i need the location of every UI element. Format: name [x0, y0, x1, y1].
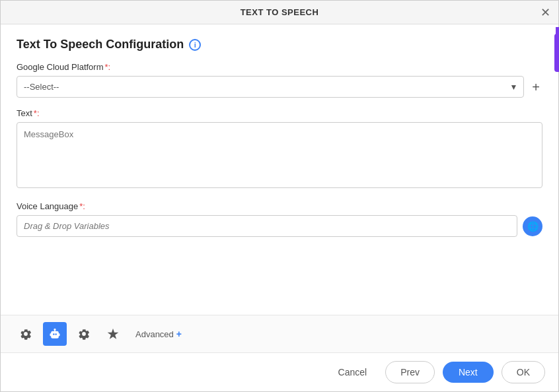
voice-label: Voice Language *:: [17, 201, 542, 211]
add-platform-button[interactable]: +: [529, 81, 542, 94]
section-title-row: Text To Speech Configuration i: [17, 38, 542, 51]
robot-icon: [48, 327, 61, 341]
main-content: Text To Speech Configuration i Google Cl…: [1, 24, 558, 315]
gear1-icon: [19, 327, 32, 341]
toolbar-gear1-button[interactable]: [14, 322, 38, 346]
platform-label: Google Cloud Platform *:: [17, 62, 542, 72]
modal-container: ‹ App Data TEXT TO SPEECH ✕ Text To Spee…: [0, 0, 559, 392]
plus-icon: +: [532, 80, 540, 94]
advanced-plus-icon: +: [176, 329, 182, 339]
footer-actions: Cancel Prev Next OK: [1, 352, 558, 391]
advanced-button[interactable]: Advanced +: [135, 329, 182, 339]
close-button[interactable]: ✕: [540, 7, 550, 18]
toolbar-gear2-button[interactable]: [72, 322, 96, 346]
close-icon: ✕: [540, 6, 550, 19]
window-title: TEXT TO SPEECH: [241, 7, 319, 17]
section-title-text: Text To Speech Configuration: [17, 38, 184, 51]
voice-required: *:: [79, 201, 85, 211]
toolbar-robot-button[interactable]: [43, 322, 67, 346]
globe-button[interactable]: 🌐: [523, 216, 542, 236]
text-required: *:: [34, 108, 40, 118]
voice-input[interactable]: [17, 215, 517, 237]
footer-toolbar: Advanced +: [1, 315, 558, 352]
platform-select-wrapper: --Select-- ▼: [17, 76, 524, 98]
text-textarea[interactable]: [17, 122, 542, 188]
text-label: Text *:: [17, 108, 542, 118]
sparkle-icon: [106, 327, 120, 341]
app-data-chevron[interactable]: ‹: [556, 27, 559, 51]
next-button[interactable]: Next: [443, 362, 494, 383]
platform-required: *:: [105, 62, 111, 72]
voice-field-group: Voice Language *: 🌐: [17, 201, 542, 237]
globe-icon: 🌐: [527, 221, 539, 232]
platform-select[interactable]: --Select--: [17, 76, 524, 98]
gear2-icon: [77, 327, 91, 341]
title-bar: TEXT TO SPEECH ✕: [1, 1, 558, 24]
cancel-button[interactable]: Cancel: [328, 362, 378, 383]
platform-select-row: --Select-- ▼ +: [17, 76, 542, 98]
prev-button[interactable]: Prev: [385, 361, 435, 383]
info-icon[interactable]: i: [189, 39, 201, 51]
text-field-group: Text *:: [17, 108, 542, 191]
ok-button[interactable]: OK: [502, 361, 545, 383]
advanced-label: Advanced: [135, 329, 174, 339]
toolbar-icons: Advanced +: [14, 322, 545, 346]
voice-row: 🌐: [17, 215, 542, 237]
platform-field-group: Google Cloud Platform *: --Select-- ▼ +: [17, 62, 542, 98]
toolbar-sparkle-button[interactable]: [101, 322, 125, 346]
